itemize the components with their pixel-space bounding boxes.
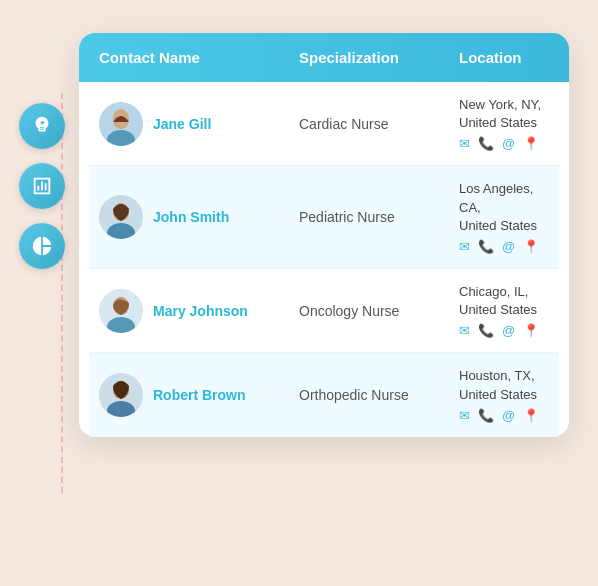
table-row: Jane Gill Cardiac Nurse New York, NY,Uni… [89, 82, 559, 166]
table-body: Jane Gill Cardiac Nurse New York, NY,Uni… [79, 82, 569, 437]
location-cell: New York, NY,United States ✉ 📞 @ 📍 [459, 96, 549, 151]
location-text: Houston, TX,United States [459, 367, 549, 403]
contact-name: John Smith [153, 209, 229, 225]
location-cell: Houston, TX,United States ✉ 📞 @ 📍 [459, 367, 549, 422]
contact-cell: Robert Brown [99, 373, 299, 417]
contact-name: Jane Gill [153, 116, 211, 132]
location-icons: ✉ 📞 @ 📍 [459, 323, 549, 338]
location-text: New York, NY,United States [459, 96, 549, 132]
specialization: Oncology Nurse [299, 303, 459, 319]
table-row: Mary Johnson Oncology Nurse Chicago, IL,… [89, 269, 559, 353]
avatar [99, 195, 143, 239]
location-cell: Chicago, IL,United States ✉ 📞 @ 📍 [459, 283, 549, 338]
contact-cell: John Smith [99, 195, 299, 239]
location-icons: ✉ 📞 @ 📍 [459, 408, 549, 423]
location-text: Los Angeles, CA,United States [459, 180, 549, 235]
bulb-icon-button[interactable] [19, 103, 65, 149]
location-cell: Los Angeles, CA,United States ✉ 📞 @ 📍 [459, 180, 549, 254]
at-icon[interactable]: @ [502, 408, 515, 423]
map-icon[interactable]: 📍 [523, 323, 539, 338]
location-icons: ✉ 📞 @ 📍 [459, 136, 549, 151]
phone-icon[interactable]: 📞 [478, 239, 494, 254]
outer-wrapper: Contact Name Specialization Location [19, 23, 579, 563]
header-location: Location [459, 49, 549, 66]
at-icon[interactable]: @ [502, 239, 515, 254]
map-icon[interactable]: 📍 [523, 239, 539, 254]
email-icon[interactable]: ✉ [459, 408, 470, 423]
header-specialization: Specialization [299, 49, 459, 66]
avatar [99, 289, 143, 333]
specialization: Orthopedic Nurse [299, 387, 459, 403]
pie-icon-button[interactable] [19, 223, 65, 269]
email-icon[interactable]: ✉ [459, 136, 470, 151]
specialization: Cardiac Nurse [299, 116, 459, 132]
location-text: Chicago, IL,United States [459, 283, 549, 319]
map-icon[interactable]: 📍 [523, 408, 539, 423]
phone-icon[interactable]: 📞 [478, 323, 494, 338]
location-icons: ✉ 📞 @ 📍 [459, 239, 549, 254]
phone-icon[interactable]: 📞 [478, 408, 494, 423]
main-card: Contact Name Specialization Location [79, 33, 569, 437]
contact-cell: Jane Gill [99, 102, 299, 146]
avatar [99, 373, 143, 417]
contact-name: Mary Johnson [153, 303, 248, 319]
contact-cell: Mary Johnson [99, 289, 299, 333]
table-row: Robert Brown Orthopedic Nurse Houston, T… [89, 353, 559, 436]
at-icon[interactable]: @ [502, 136, 515, 151]
avatar [99, 102, 143, 146]
header-contact: Contact Name [99, 49, 299, 66]
email-icon[interactable]: ✉ [459, 239, 470, 254]
specialization: Pediatric Nurse [299, 209, 459, 225]
table-header: Contact Name Specialization Location [79, 33, 569, 82]
email-icon[interactable]: ✉ [459, 323, 470, 338]
table-row: John Smith Pediatric Nurse Los Angeles, … [89, 166, 559, 269]
contact-name: Robert Brown [153, 387, 246, 403]
at-icon[interactable]: @ [502, 323, 515, 338]
sidebar [19, 103, 65, 269]
phone-icon[interactable]: 📞 [478, 136, 494, 151]
map-icon[interactable]: 📍 [523, 136, 539, 151]
chart-icon-button[interactable] [19, 163, 65, 209]
